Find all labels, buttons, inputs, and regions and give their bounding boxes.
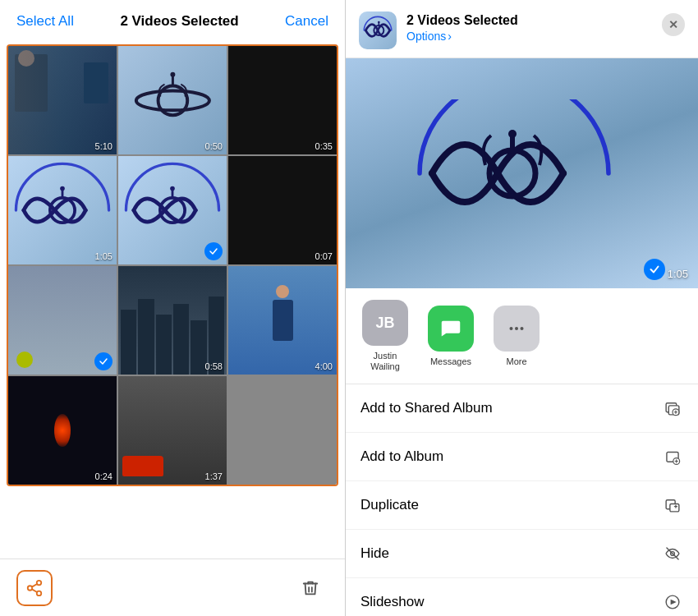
grid-cell-7[interactable]: 0:58: [118, 266, 227, 375]
preview-duration: 1:05: [668, 268, 688, 280]
svg-point-15: [508, 130, 517, 138]
more-label: More: [506, 356, 526, 367]
grid-outer: 5:10 0:50 0:35: [7, 44, 338, 486]
grid-cell-8[interactable]: 4:00: [228, 266, 337, 375]
preview-selected-badge: [644, 259, 665, 280]
share-item-more[interactable]: More: [490, 306, 543, 367]
select-all-button[interactable]: Select All: [16, 13, 74, 30]
duration-badge-7: 0:58: [205, 361, 223, 371]
right-panel: 2 Videos Selected Options › ✕ 1:05: [345, 0, 698, 616]
grid-cell-6[interactable]: [8, 266, 117, 375]
duration-badge-8: 4:00: [315, 361, 333, 371]
duration-badge-3: 1:05: [95, 251, 113, 261]
top-bar: Select All 2 Videos Selected Cancel: [0, 0, 345, 38]
duration-badge-0: 5:10: [95, 141, 113, 151]
duration-badge-9: 0:24: [95, 471, 113, 481]
preview-image: 1:05: [346, 58, 698, 288]
grid-cell-3[interactable]: 1:05: [8, 156, 117, 264]
menu-item-duplicate[interactable]: Duplicate: [346, 481, 698, 530]
share-header-text: 2 Videos Selected Options ›: [406, 11, 652, 43]
messages-icon: [428, 306, 474, 352]
svg-point-18: [520, 327, 523, 330]
menu-item-hide[interactable]: Hide: [346, 530, 698, 578]
shared-album-icon: [662, 398, 683, 419]
svg-point-9: [170, 186, 175, 191]
avatar: JB: [362, 300, 408, 346]
grid-cell-4[interactable]: [118, 156, 227, 264]
menu-item-add-album[interactable]: Add to Album: [346, 433, 698, 481]
cancel-button[interactable]: Cancel: [285, 13, 328, 30]
shared-album-label: Add to Shared Album: [360, 400, 493, 416]
grid-cell-0[interactable]: 5:10: [8, 46, 117, 154]
more-icon: [494, 306, 540, 352]
grid-cell-2[interactable]: 0:35: [228, 46, 337, 154]
grid-cell-9[interactable]: 0:24: [8, 376, 117, 485]
duration-badge-10: 1:37: [205, 471, 223, 481]
svg-point-0: [135, 90, 209, 110]
menu-item-slideshow[interactable]: Slideshow: [346, 578, 698, 616]
svg-point-17: [515, 327, 518, 330]
messages-label: Messages: [430, 356, 471, 367]
grid-container: 5:10 0:50 0:35: [0, 38, 345, 534]
selected-badge-4: [204, 242, 223, 260]
video-grid: 5:10 0:50 0:35: [8, 46, 337, 485]
duplicate-icon: [662, 494, 683, 516]
options-link[interactable]: Options ›: [406, 30, 652, 43]
selection-title: 2 Videos Selected: [120, 13, 238, 30]
share-header: 2 Videos Selected Options › ✕: [346, 0, 698, 58]
add-album-label: Add to Album: [360, 448, 443, 465]
delete-button[interactable]: [292, 570, 328, 606]
grid-cell-5[interactable]: 0:07: [228, 156, 337, 264]
svg-point-6: [60, 186, 65, 191]
selected-badge-6: [94, 352, 113, 370]
menu-list: Add to Shared Album Add to Album: [346, 384, 698, 616]
share-dialog-title: 2 Videos Selected: [406, 13, 652, 28]
add-album-icon: [662, 446, 683, 467]
left-panel: Select All 2 Videos Selected Cancel 5:10: [0, 0, 345, 616]
hide-icon: [662, 543, 683, 564]
share-item-contact[interactable]: JB JustinWailing: [359, 300, 411, 372]
contact-label: JustinWailing: [370, 351, 400, 372]
slideshow-label: Slideshow: [360, 594, 425, 610]
share-row: JB JustinWailing Messages More: [346, 288, 698, 384]
duplicate-label: Duplicate: [360, 497, 419, 513]
duration-badge-1: 0:50: [205, 141, 223, 151]
duration-badge-2: 0:35: [315, 141, 333, 151]
slideshow-icon: [662, 591, 683, 613]
share-item-messages[interactable]: Messages: [425, 306, 477, 367]
grid-cell-1[interactable]: 0:50: [118, 46, 227, 154]
grid-cell-10[interactable]: 1:37: [118, 376, 227, 485]
duration-badge-5: 0:07: [315, 251, 333, 261]
svg-point-12: [378, 21, 380, 24]
header-icon: [359, 11, 397, 49]
close-button[interactable]: ✕: [662, 13, 685, 36]
menu-item-shared-album[interactable]: Add to Shared Album: [346, 384, 698, 433]
share-button[interactable]: [16, 570, 53, 606]
svg-rect-25: [670, 504, 679, 512]
svg-marker-29: [671, 600, 677, 605]
svg-point-3: [170, 71, 175, 76]
hide-label: Hide: [360, 545, 389, 562]
bottom-toolbar: [0, 559, 345, 616]
svg-point-16: [509, 327, 512, 330]
